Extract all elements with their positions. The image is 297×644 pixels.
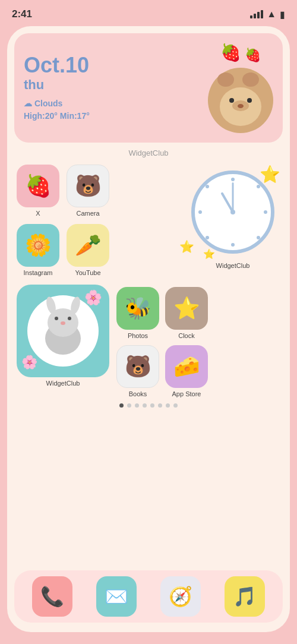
clock-dot-6 (231, 243, 235, 247)
weather-min: Min:17° (60, 111, 90, 121)
dock-mail[interactable]: ✉️ (96, 576, 137, 617)
strawberry-icon-1: 🍓 (220, 43, 241, 63)
page-dot-5 (150, 403, 154, 408)
bunny-nose (61, 321, 65, 325)
status-bar: 2:41 ▲ ▮ (0, 0, 297, 26)
mail-emoji: ✉️ (105, 585, 128, 608)
clock-widget-label: WidgetClub (216, 262, 250, 269)
bunny-eye-left (55, 317, 58, 320)
page-dot-4 (143, 403, 147, 408)
widget-weather: ☁ Clouds High:20° Min:17° (24, 97, 208, 122)
appstore-label: App Store (172, 390, 201, 397)
x-emoji: 🍓 (25, 173, 52, 198)
app-clock[interactable]: ⭐ Clock (165, 287, 208, 339)
app-photos[interactable]: 🐝 Photos (116, 287, 159, 339)
date-weather-widget: Oct.10 thu ☁ Clouds High:20° Min:17° 🍓 🍓 (14, 33, 283, 143)
youtube-label: YouTube (75, 269, 100, 276)
bear-eye-left (229, 98, 234, 103)
app-instagram[interactable]: 🌼 Instagram (17, 224, 59, 276)
page-dot-7 (166, 403, 170, 408)
books-icon: 🐻 (116, 345, 159, 388)
app-x[interactable]: 🍓 X (17, 165, 59, 217)
clock-center-dot (230, 210, 235, 214)
page-dot-2 (127, 403, 131, 408)
page-dot-1 (119, 403, 124, 408)
photos-emoji: 🐝 (125, 296, 151, 321)
flower-icon-top: 🌸 (84, 289, 102, 306)
clock-dot-10 (206, 185, 209, 188)
youtube-icon: 🥕 (67, 224, 109, 267)
app-books[interactable]: 🐻 Books (116, 345, 159, 397)
bear-face (220, 87, 261, 126)
bunny-circle (27, 295, 99, 367)
instagram-label: Instagram (24, 269, 53, 276)
widget-date: Oct.10 (24, 53, 208, 77)
instagram-youtube-row: 🌼 Instagram 🥕 YouTube (17, 224, 109, 276)
dock-music[interactable]: 🎵 (225, 576, 265, 617)
battery-icon: ▮ (280, 9, 285, 20)
weather-icon: ☁ (24, 99, 32, 108)
dock-phone[interactable]: 📞 (32, 576, 72, 617)
phone-screen: Oct.10 thu ☁ Clouds High:20° Min:17° 🍓 🍓 (7, 26, 290, 632)
phone-emoji: 📞 (40, 585, 64, 608)
music-emoji: 🎵 (233, 585, 257, 608)
widget-bear-area: 🍓 🍓 (208, 43, 273, 133)
page-dots (14, 403, 283, 408)
app-youtube[interactable]: 🥕 YouTube (67, 224, 109, 276)
camera-emoji: 🐻 (75, 173, 102, 198)
status-icons: ▲ ▮ (250, 9, 285, 20)
small-apps-grid: 🐝 Photos ⭐ Clock 🐻 Books (116, 287, 208, 397)
strawberry-group: 🍓 🍓 (220, 43, 261, 63)
books-appstore-row: 🐻 Books 🧀 App Store (116, 345, 208, 397)
large-widget-col: 🌸 🌸 WidgetClub (17, 285, 109, 397)
dock-safari[interactable]: 🧭 (160, 576, 201, 617)
clock-dot-8 (206, 236, 209, 239)
strawberry-icon-2: 🍓 (245, 48, 261, 63)
clock-dot-12 (231, 178, 235, 181)
books-label: Books (129, 390, 147, 397)
photos-label: Photos (128, 332, 148, 339)
bunny-head (48, 308, 78, 337)
clock-dot-9 (198, 210, 202, 214)
bear-nose (238, 104, 244, 108)
clock-widget-col: ⭐ ⭐ ⭐ (185, 165, 280, 276)
clock-minute-hand (232, 182, 234, 212)
star-bottom-left: ⭐ (179, 239, 194, 254)
clock-label: Clock (178, 332, 195, 339)
widget-club-label: WidgetClub (14, 149, 283, 157)
youtube-emoji: 🥕 (75, 233, 102, 258)
photos-icon: 🐝 (116, 287, 159, 330)
x-label: X (36, 210, 40, 217)
photos-clock-row: 🐝 Photos ⭐ Clock (116, 287, 208, 339)
clock-icon: ⭐ (165, 287, 208, 330)
large-widget-label: WidgetClub (46, 380, 80, 387)
books-emoji: 🐻 (125, 354, 151, 379)
x-icon: 🍓 (17, 165, 59, 207)
instagram-emoji: 🌼 (25, 233, 52, 258)
widget-weekday: thu (24, 77, 208, 93)
appstore-icon: 🧀 (165, 345, 208, 388)
weather-desc: Clouds (34, 99, 62, 108)
widget-date-area: Oct.10 thu ☁ Clouds High:20° Min:17° (24, 53, 208, 122)
camera-label: Camera (76, 210, 99, 217)
clock-dot-3 (264, 210, 267, 214)
app-appstore[interactable]: 🧀 App Store (165, 345, 208, 397)
wifi-icon: ▲ (267, 9, 276, 20)
bunny-eye-right (68, 317, 71, 320)
page-dot-6 (158, 403, 162, 408)
large-widget-row: 🌸 🌸 WidgetClub (14, 285, 283, 397)
instagram-icon: 🌼 (17, 224, 59, 267)
x-camera-row: 🍓 X 🐻 Camera (17, 165, 109, 217)
dock: 📞 ✉️ 🧭 🎵 (14, 570, 283, 623)
bear-eye-right (247, 98, 252, 103)
clock-emoji: ⭐ (173, 296, 200, 321)
clock-widget-container: ⭐ ⭐ ⭐ (185, 165, 280, 260)
bear-widget (208, 68, 273, 133)
camera-icon: 🐻 (67, 165, 109, 207)
large-widget[interactable]: 🌸 🌸 (17, 285, 109, 377)
app-camera[interactable]: 🐻 Camera (67, 165, 109, 217)
signal-icon (250, 10, 263, 18)
safari-emoji: 🧭 (169, 585, 192, 608)
clock-dot-4 (257, 236, 260, 239)
left-col: 🍓 X 🐻 Camera 🌼 Instagram (17, 165, 109, 276)
